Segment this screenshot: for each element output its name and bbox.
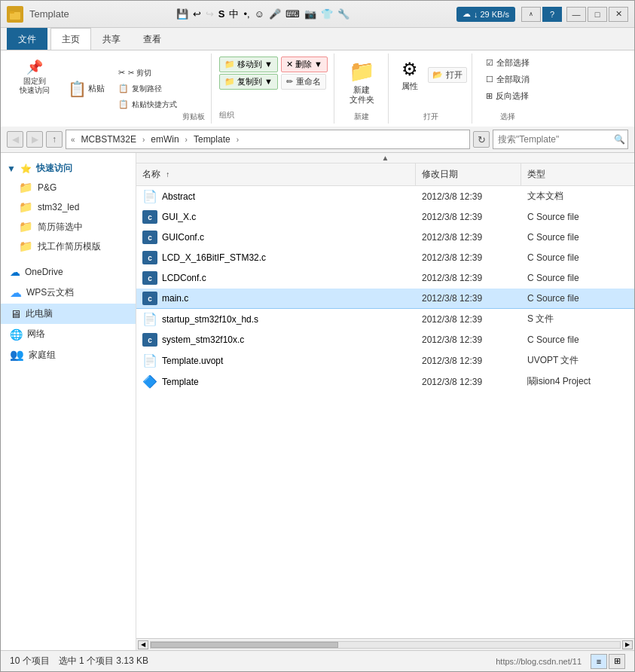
app-file-icon: 🔷 (142, 374, 157, 389)
col-header-date[interactable]: 修改日期 (416, 163, 521, 185)
new-folder-button[interactable]: 📁 新建文件夹 (342, 55, 382, 108)
table-row[interactable]: c LCD_X_16BitIF_STM32.c 2012/3/8 12:39 C… (136, 248, 634, 268)
table-row[interactable]: c main.c 2012/3/8 12:39 C Source file (136, 289, 634, 309)
sidebar-item-pg[interactable]: 📁 P&G (1, 178, 136, 197)
qat-icon7[interactable]: ☺ (255, 8, 264, 20)
address-path[interactable]: « MCBSTM32E › emWin › Template › (66, 130, 470, 149)
file-name-text: GUIConf.c (162, 232, 204, 243)
hscroll-left-btn[interactable]: ◀ (138, 640, 148, 649)
table-row[interactable]: c GUIConf.c 2012/3/8 12:39 C Source file (136, 228, 634, 248)
col-date-label: 修改日期 (422, 169, 458, 179)
col-header-type[interactable]: 类型 (521, 163, 634, 185)
rename-button[interactable]: ✏ 重命名 (281, 74, 326, 90)
file-name-cell: 📄 Abstract (136, 189, 416, 203)
file-name-cell: c GUIConf.c (136, 231, 416, 244)
file-date-cell: 2012/3/8 12:39 (416, 191, 521, 202)
expand-btn[interactable]: ∧ (521, 7, 541, 22)
table-row[interactable]: 📄 startup_stm32f10x_hd.s 2012/3/8 12:39 … (136, 309, 634, 330)
table-row[interactable]: 📄 Template.uvopt 2012/3/8 12:39 UVOPT 文件 (136, 350, 634, 371)
qat-icon2[interactable]: ↩ (193, 8, 201, 20)
refresh-btn[interactable]: ↻ (473, 131, 490, 148)
tab-view[interactable]: 查看 (132, 28, 172, 50)
select-all-button[interactable]: ☑ 全部选择 (482, 55, 533, 71)
table-row[interactable]: 🔷 Template 2012/3/8 12:39 鬫ision4 Projec… (136, 371, 634, 393)
sidebar-item-network[interactable]: 🌐 网络 (1, 324, 136, 344)
paste-button[interactable]: 📋 粘贴 (63, 55, 110, 122)
sidebar-item-moban[interactable]: 📁 找工作简历模版 (1, 237, 136, 256)
view-buttons: ≡ ⊞ (591, 654, 625, 669)
search-input[interactable] (498, 134, 611, 145)
pin-button[interactable]: 📌 固定到快速访问 (13, 55, 56, 99)
file-list-area: ▲ 名称 ↑ 修改日期 类型 📄 Abstract 2012 (136, 153, 634, 650)
tab-file[interactable]: 文件 (7, 28, 47, 50)
ribbon-group-new: 📁 新建文件夹 新建 (336, 53, 389, 124)
rename-label: 重命名 (296, 76, 321, 87)
quick-access-header[interactable]: ▼ ⭐ 快速访问 (1, 159, 136, 178)
file-name-cell: c GUI_X.c (136, 210, 416, 224)
file-name-cell: c LCDConf.c (136, 271, 416, 285)
icon-view-btn[interactable]: ⊞ (609, 654, 625, 669)
sidebar-item-homegroup[interactable]: 👥 家庭组 (1, 344, 136, 365)
qat-icon5[interactable]: 中 (229, 8, 239, 21)
help-btn[interactable]: ? (542, 7, 562, 22)
col-header-name[interactable]: 名称 ↑ (136, 163, 416, 185)
new-folder-label: 新建文件夹 (350, 85, 374, 105)
forward-btn[interactable]: ▶ (26, 131, 43, 148)
copy-to-icon: 📁 (224, 77, 235, 87)
back-btn[interactable]: ◀ (7, 131, 23, 148)
status-url: https://blog.csdn.net/11 (157, 657, 582, 666)
tab-share[interactable]: 共享 (91, 28, 132, 50)
copy-path-button[interactable]: 📋 复制路径 (114, 81, 181, 96)
table-row[interactable]: c GUI_X.c 2012/3/8 12:39 C Source file (136, 207, 634, 228)
hscroll-track[interactable] (150, 641, 621, 649)
paste-shortcut-button[interactable]: 📋 粘贴快捷方式 (114, 97, 181, 112)
path-segment-2[interactable]: Template (191, 133, 234, 146)
qat-icon6[interactable]: •, (243, 8, 249, 20)
qat-icon8[interactable]: 🎤 (269, 8, 281, 20)
hscroll-right-btn[interactable]: ▶ (622, 640, 633, 649)
minimize-btn[interactable]: — (566, 7, 586, 22)
up-btn[interactable]: ↑ (46, 131, 63, 148)
sidebar-item-stm32[interactable]: 📁 stm32_led (1, 197, 136, 217)
title-bar-icons: Template (7, 6, 69, 23)
svg-rect-1 (10, 11, 14, 14)
close-btn[interactable]: ✕ (609, 7, 628, 22)
pin-icon: 📌 (26, 59, 43, 75)
delete-button[interactable]: ✕ 删除 ▼ (281, 57, 328, 72)
qat-icon4[interactable]: S (218, 8, 225, 20)
list-view-btn[interactable]: ≡ (591, 654, 607, 669)
tab-home[interactable]: 主页 (50, 28, 91, 50)
onedrive-icon: ☁ (10, 266, 20, 278)
sidebar-item-jianli[interactable]: 📁 简历筛选中 (1, 217, 136, 237)
select-all-label: 全部选择 (496, 57, 530, 69)
path-segment-1[interactable]: emWin (148, 133, 182, 146)
sidebar-item-wps[interactable]: ☁ WPS云文档 (1, 282, 136, 304)
invert-select-button[interactable]: ⊞ 反向选择 (482, 88, 533, 104)
file-list-header: 名称 ↑ 修改日期 类型 (136, 163, 634, 186)
qat-icon11[interactable]: 👕 (321, 8, 333, 20)
speed-indicator: ☁ ↓ 29 KB/s (456, 7, 515, 22)
maximize-btn[interactable]: □ (588, 7, 607, 22)
sidebar-item-onedrive[interactable]: ☁ OneDrive (1, 262, 136, 282)
file-date-cell: 2012/3/8 12:39 (416, 314, 521, 325)
qat-icon9[interactable]: ⌨ (285, 8, 300, 20)
c-file-icon: c (142, 251, 157, 264)
copy-to-button[interactable]: 📁 复制到 ▼ (219, 74, 278, 90)
select-none-button[interactable]: ☐ 全部取消 (482, 72, 533, 87)
qat-icon1[interactable]: 💾 (176, 8, 188, 20)
table-row[interactable]: c LCDConf.c 2012/3/8 12:39 C Source file (136, 268, 634, 289)
wps-cloud-icon: ☁ (10, 286, 22, 300)
open-button[interactable]: 📂 打开 (428, 67, 467, 83)
table-row[interactable]: c system_stm32f10x.c 2012/3/8 12:39 C So… (136, 330, 634, 350)
cut-button[interactable]: ✂ ✂ 剪切 (114, 66, 181, 81)
path-segment-0[interactable]: MCBSTM32E (78, 133, 139, 146)
organize-label: 组织 (219, 108, 234, 121)
qat-icon10[interactable]: 📷 (304, 8, 316, 20)
sidebar-item-thispc[interactable]: 🖥 此电脑 (1, 304, 136, 324)
move-to-button[interactable]: 📁 移动到 ▼ (219, 57, 278, 72)
table-row[interactable]: 📄 Abstract 2012/3/8 12:39 文本文档 (136, 186, 634, 207)
properties-button[interactable]: ⚙ 属性 (395, 55, 425, 95)
qat-icon3[interactable]: ↪ (206, 8, 214, 20)
qat-icon12[interactable]: 🔧 (337, 8, 350, 20)
file-name-text: system_stm32f10x.c (162, 334, 244, 345)
